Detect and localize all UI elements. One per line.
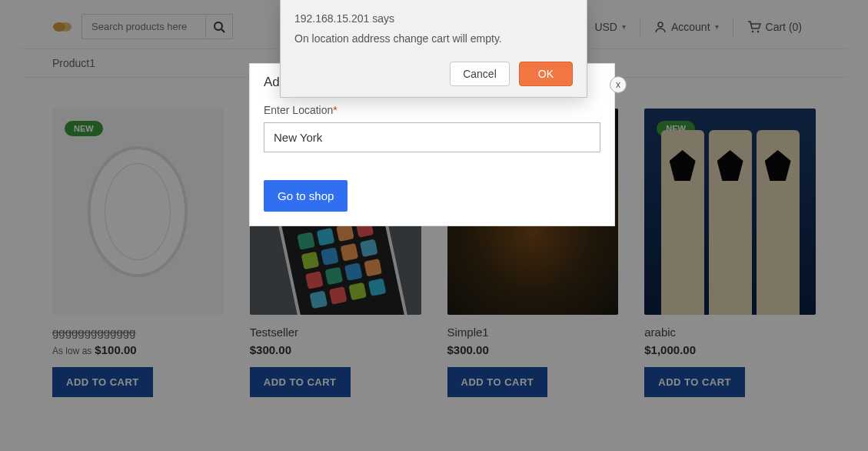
location-label: Enter Location* — [264, 104, 600, 116]
close-button[interactable]: x — [610, 76, 627, 93]
cancel-button[interactable]: Cancel — [450, 62, 510, 86]
alert-origin: 192.168.15.201 says — [294, 12, 573, 25]
ok-button[interactable]: OK — [519, 62, 573, 86]
browser-alert: 192.168.15.201 says On location address … — [280, 0, 587, 98]
location-input[interactable] — [264, 122, 600, 152]
page-root: ell USD▾ Account▾ Cart (0) Product1 — [0, 0, 868, 451]
alert-message: On location address change cart will emp… — [294, 32, 573, 45]
go-to-shop-button[interactable]: Go to shop — [264, 180, 348, 212]
